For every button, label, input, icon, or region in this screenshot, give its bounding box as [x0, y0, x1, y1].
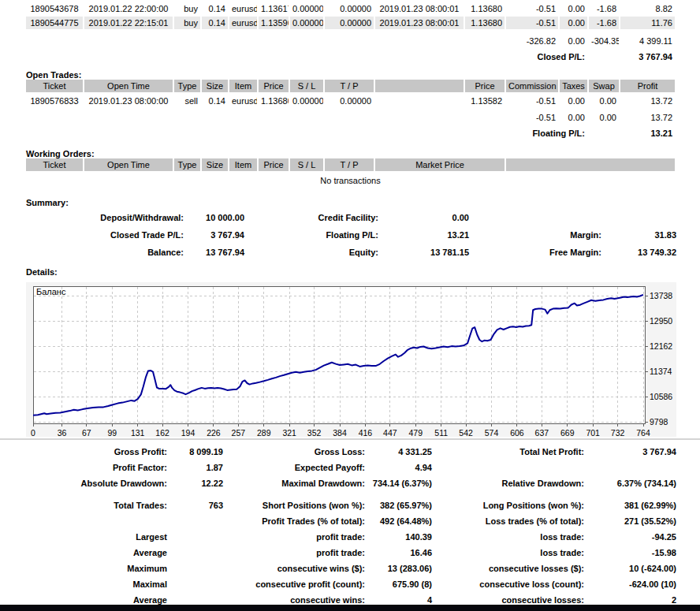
summary-heading: Summary: — [26, 197, 69, 208]
svg-text:10586: 10586 — [650, 392, 672, 401]
table-cell: -1.68 — [589, 17, 619, 29]
svg-text:131: 131 — [131, 428, 145, 438]
svg-text:36: 36 — [58, 428, 67, 438]
table-cell: 1.13596 — [259, 17, 289, 29]
table-cell — [375, 95, 464, 107]
stat-label: Maximal — [26, 576, 167, 592]
svg-text:701: 701 — [586, 428, 600, 438]
table-cell: 0.00000 — [290, 17, 323, 29]
trading-statement-page: 18905436782019.01.22 22:00:00buy0.14euru… — [0, 0, 700, 611]
column-header: Item — [229, 158, 257, 171]
column-header — [375, 80, 464, 92]
stat-label: Loss trades (% of total): — [432, 513, 584, 529]
stat-label: consecutive loss (count): — [432, 576, 584, 592]
totals-cell: -304.35 — [589, 35, 619, 47]
column-header: S / L — [290, 80, 323, 92]
svg-text:12950: 12950 — [650, 316, 672, 326]
stats-row: Total Trades:763Short Positions (won %):… — [26, 497, 676, 513]
svg-text:479: 479 — [409, 428, 423, 438]
stat-value: 31.83 — [601, 227, 676, 243]
stat-value: 3 767.94 — [184, 227, 244, 243]
stat-label: Absolute Drawdown: — [26, 475, 167, 491]
svg-text:542: 542 — [459, 428, 473, 438]
closed-pl-label: Closed P/L: — [506, 50, 587, 63]
table-cell: 1890544775 — [26, 17, 83, 29]
working-orders-header-row: TicketOpen TimeTypeSizeItemPriceS / LT /… — [26, 158, 675, 171]
svg-text:162: 162 — [155, 428, 169, 438]
stat-label: profit trade: — [223, 529, 365, 545]
table-cell: 2019.01.23 08:00:01 — [375, 2, 464, 15]
stat-value: 140.39 — [365, 529, 432, 545]
stat-value: 0.00 — [378, 210, 469, 225]
section-divider — [0, 438, 700, 440]
stat-label: Maximum — [26, 561, 167, 576]
table-cell: 13.72 — [620, 95, 675, 107]
open-trades-totals-row: -0.510.000.0013.72 — [26, 111, 675, 124]
table-cell: 0.14 — [202, 2, 228, 15]
stat-value: 6.37% (734.14) — [584, 475, 676, 491]
stats-row: Largestprofit trade:140.39loss trade:-94… — [26, 529, 676, 545]
stat-value: -624.00 (10) — [584, 576, 676, 592]
stat-value: 675.90 (8) — [365, 576, 432, 592]
table-cell: 2019.01.23 08:00:01 — [375, 17, 464, 29]
totals-cell: 0.00 — [560, 111, 587, 124]
table-cell: 0.00000 — [325, 95, 374, 107]
stat-value — [167, 513, 223, 529]
stat-value: 13 749.32 — [601, 244, 676, 260]
stats-row: Maximumconsecutive wins ($):13 (283.06)c… — [26, 561, 676, 576]
table-cell: 1.13582 — [465, 95, 505, 107]
stat-label: Gross Loss: — [223, 444, 365, 460]
open-trades-heading: Open Trades: — [26, 69, 81, 80]
closed-pl-row: Closed P/L: 3 767.94 — [26, 50, 675, 63]
stat-value: 492 (64.48%) — [365, 513, 432, 529]
column-header: Ticket — [26, 80, 83, 92]
stat-value: 13 767.94 — [184, 244, 244, 260]
table-cell: 11.76 — [620, 17, 675, 29]
stat-value — [167, 529, 223, 545]
stat-value — [167, 545, 223, 561]
totals-cell: 0.00 — [560, 35, 587, 47]
stat-label: Credit Facility: — [244, 210, 378, 225]
svg-text:669: 669 — [560, 428, 575, 438]
stat-label — [432, 460, 584, 475]
svg-text:67: 67 — [82, 428, 91, 438]
floating-pl-row: Floating P/L: 13.21 — [26, 127, 675, 140]
table-cell: -0.51 — [506, 17, 558, 29]
stats-row: Maximalconsecutive profit (count):675.90… — [26, 576, 676, 592]
stat-value — [167, 576, 223, 592]
column-header: Price — [465, 80, 505, 92]
stats-row: Averageprofit trade:16.46loss trade:-15.… — [26, 545, 676, 561]
stat-label: Gross Profit: — [26, 444, 167, 460]
table-cell: 8.82 — [620, 2, 675, 15]
svg-text:11374: 11374 — [650, 367, 672, 376]
details-heading: Details: — [26, 266, 58, 278]
svg-text:637: 637 — [535, 428, 549, 438]
table-cell: 0.00000 — [325, 17, 374, 29]
stat-label: Profit Factor: — [26, 460, 167, 475]
stats-row: Absolute Drawdown:12.22Maximal Drawdown:… — [26, 475, 676, 491]
no-transactions-text: No transactions — [26, 175, 675, 186]
svg-text:416: 416 — [359, 428, 373, 438]
stat-value: 13 (283.06) — [365, 561, 432, 576]
svg-text:12162: 12162 — [650, 341, 672, 351]
table-cell: eurusd — [229, 17, 257, 29]
stat-value — [601, 210, 676, 225]
stat-value: 763 — [167, 497, 223, 513]
column-header: Type — [174, 80, 200, 92]
table-cell: buy — [174, 17, 200, 29]
stats-row: Profit Trades (% of total):492 (64.48%)L… — [26, 513, 676, 529]
table-cell: 0.00000 — [325, 2, 374, 15]
stat-value: 4 331.25 — [365, 444, 432, 460]
column-header: Type — [174, 158, 200, 171]
floating-pl-value: 13.21 — [589, 127, 675, 140]
table-cell: 1890576833 — [26, 95, 83, 107]
table-cell: 1.13680 — [465, 2, 505, 15]
column-header: Open Time — [84, 158, 173, 171]
column-header — [506, 158, 675, 171]
table-cell: 0.00 — [560, 17, 587, 29]
table-cell: 1.13680 — [259, 95, 289, 107]
stat-value — [167, 561, 223, 576]
stat-label: Relative Drawdown: — [432, 475, 584, 491]
chart-title: Баланс — [36, 287, 66, 296]
stat-value: 10 (-624.00) — [584, 561, 676, 576]
